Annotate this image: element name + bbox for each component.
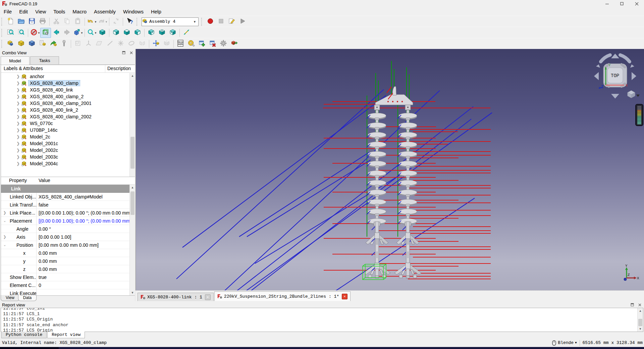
measure-button[interactable] — [186, 39, 197, 49]
float-panel-icon[interactable] — [629, 302, 635, 307]
view-axonometric-button[interactable] — [97, 28, 108, 38]
tree-item-XGS_8028_400_link_2[interactable]: ❯ XGS_8028_400_link_2 — [1, 107, 130, 113]
macro-execute-button[interactable] — [237, 17, 248, 27]
tab-data[interactable]: Data — [18, 295, 37, 301]
report-scrollbar[interactable]: ▲ ▼ — [637, 308, 643, 332]
copy-button[interactable] — [62, 17, 72, 27]
menu-edit[interactable]: Edit — [15, 8, 32, 15]
create-point-button[interactable] — [115, 39, 126, 49]
create-axis-button[interactable] — [83, 39, 94, 49]
property-scrollbar[interactable]: ▲ ▼ — [129, 185, 135, 295]
create-mirror-button[interactable] — [137, 39, 148, 49]
scroll-up-icon[interactable]: ▲ — [130, 73, 135, 78]
undo-button[interactable]: ▾ — [86, 17, 97, 27]
nav-mini-cube-icon[interactable] — [628, 91, 635, 98]
close-panel-icon[interactable] — [637, 302, 643, 307]
nav-forward-button[interactable] — [62, 28, 72, 38]
scroll-down-icon[interactable]: ▼ — [130, 290, 135, 295]
toolbar-handle[interactable] — [1, 18, 4, 26]
property-value[interactable]: 0.00 mm — [37, 267, 130, 272]
menu-file[interactable]: File — [0, 8, 15, 15]
view-rear-button[interactable] — [146, 28, 157, 38]
view-left-button[interactable] — [167, 28, 178, 38]
open-folder-button[interactable] — [16, 17, 26, 27]
property-expander-icon[interactable]: ❯ — [1, 235, 8, 239]
view-front-button[interactable] — [111, 28, 121, 38]
property-value[interactable]: [(0.00 0.00 1.00); 0.00 °; (0.00 mm 0.00… — [37, 218, 130, 224]
zoom-button[interactable]: ▾ — [86, 28, 97, 38]
measure-distance-button[interactable] — [181, 28, 192, 38]
close-tab-icon[interactable]: ✕ — [342, 294, 347, 299]
tree-item-WS_0770c[interactable]: ❯ WS_0770c — [1, 120, 130, 127]
navigation-cube[interactable]: Y X Z TOP — [591, 50, 640, 107]
close-button[interactable] — [629, 0, 644, 7]
menu-assembly[interactable]: Assembly — [90, 8, 119, 15]
property-y[interactable]: y0.00 mm — [1, 257, 130, 265]
document-tab[interactable]: XGS-8028-400-link : 1✕ — [138, 293, 214, 301]
rotate-cw-icon[interactable] — [620, 55, 630, 62]
expand-icon[interactable]: ❯ — [16, 114, 20, 119]
tab-tasks[interactable]: Tasks — [30, 56, 59, 64]
expand-icon[interactable]: ❯ — [16, 128, 20, 132]
property-expander-icon[interactable]: ❯ — [1, 211, 8, 215]
menu-macro[interactable]: Macro — [69, 8, 90, 15]
nav-arrow-up-icon[interactable] — [611, 54, 619, 58]
document-tab[interactable]: 220kV_Suspension_2String_2Bundle_2lines … — [214, 291, 351, 301]
tree-item-XGS_8028_400_clamp[interactable]: ❯ XGS_8028_400_clamp — [1, 80, 130, 86]
tree-item-Model_2003c[interactable]: ❯ Model_2003c — [1, 154, 130, 160]
create-line-button[interactable] — [105, 39, 115, 49]
scroll-up-icon[interactable]: ▲ — [638, 308, 643, 313]
new-document-button[interactable] — [5, 17, 16, 27]
menu-windows[interactable]: Windows — [119, 8, 147, 15]
view-bottom-button[interactable] — [157, 28, 167, 38]
property-value[interactable]: [(0.00 0.00 1.00); 0.00 °; (0.00 mm 0.00… — [37, 210, 130, 216]
solve-constraints-button[interactable] — [5, 39, 16, 49]
tree-item-anchor[interactable]: ❯ anchor — [1, 73, 130, 80]
expand-icon[interactable]: ❯ — [16, 121, 20, 126]
whats-this-button[interactable]: ? — [124, 17, 135, 27]
property-z[interactable]: z0.00 mm — [1, 265, 130, 273]
mirror-part-button[interactable] — [161, 39, 172, 49]
nav-menu-dropdown-icon[interactable] — [636, 95, 640, 97]
toolbar-handle[interactable] — [1, 40, 4, 48]
create-plane-button[interactable] — [94, 39, 105, 49]
macro-record-button[interactable] — [205, 17, 216, 27]
tab-python-console[interactable]: Python console — [1, 332, 47, 338]
create-sketch-button[interactable] — [72, 39, 83, 49]
macro-stop-button[interactable] — [216, 17, 226, 27]
close-panel-icon[interactable] — [128, 50, 134, 55]
dropdown-arrow-icon[interactable]: ▾ — [106, 20, 107, 23]
property-value[interactable]: 0.00 mm — [37, 258, 130, 264]
expand-icon[interactable]: ❯ — [16, 101, 20, 106]
property-placement[interactable]: ⌄Placement[(0.00 0.00 1.00); 0.00 °; (0.… — [1, 217, 130, 225]
property-scroll-thumb[interactable] — [130, 191, 135, 215]
nav-back-button[interactable] — [51, 28, 62, 38]
draw-style-button[interactable]: ▾ — [30, 28, 40, 38]
parts-list-button[interactable]: PartsList... — [175, 39, 186, 49]
nav-arrow-right-icon[interactable] — [632, 72, 636, 80]
delete-constraint-button[interactable] — [207, 39, 218, 49]
dropdown-arrow-icon[interactable]: ▾ — [95, 31, 97, 35]
edit-part-information-button[interactable] — [37, 39, 48, 49]
property-expander-icon[interactable]: ⌄ — [1, 219, 8, 223]
float-panel-icon[interactable] — [121, 50, 127, 55]
expand-icon[interactable]: ❯ — [16, 134, 20, 139]
add-constraint-button[interactable] — [197, 39, 207, 49]
scroll-up-icon[interactable]: ▲ — [130, 185, 135, 190]
box-selection-button[interactable] — [40, 28, 51, 38]
cut-button[interactable] — [51, 17, 62, 27]
linked-view-button[interactable]: ▾ — [72, 28, 83, 38]
chevron-down-icon[interactable]: ▼ — [191, 20, 198, 23]
scroll-down-icon[interactable]: ▼ — [638, 326, 643, 332]
tree-item-Model_2004c[interactable]: ❯ Model_2004c — [1, 160, 130, 167]
menu-help[interactable]: Help — [147, 8, 165, 15]
tree-item-XGS_8028_400_clamp_2001[interactable]: ❯ XGS_8028_400_clamp_2001 — [1, 100, 130, 107]
expand-icon[interactable]: ❯ — [16, 74, 20, 79]
paste-button[interactable] — [72, 17, 83, 27]
tab-report-view[interactable]: Report view — [47, 332, 85, 338]
fit-selection-button[interactable] — [16, 28, 26, 38]
toolbar-handle[interactable] — [137, 18, 140, 26]
property-value[interactable]: false — [37, 202, 130, 208]
property-link-execute[interactable]: Link Execute — [1, 289, 130, 295]
property-linked-obj-[interactable]: Linked Obj...XGS_8028_400_clamp#Model — [1, 193, 130, 201]
